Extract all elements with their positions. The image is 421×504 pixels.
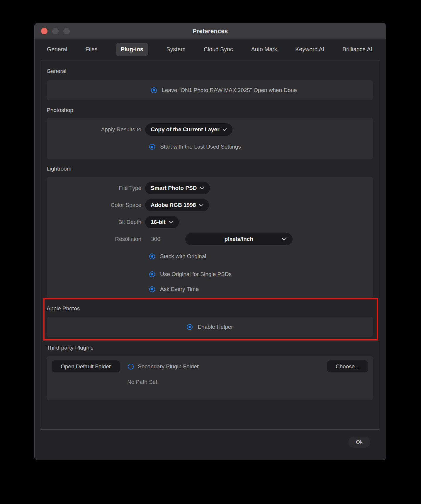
tab-general[interactable]: General [47, 46, 67, 53]
secondary-plugin-folder-radio[interactable] [128, 364, 134, 370]
choose-folder-button[interactable]: Choose... [327, 360, 368, 372]
section-label-photoshop: Photoshop [47, 107, 373, 113]
tab-keyword-ai[interactable]: Keyword AI [295, 46, 324, 53]
third-party-group: Open Default Folder Secondary Plugin Fol… [47, 356, 373, 400]
color-space-dropdown[interactable]: Adobe RGB 1998 [145, 199, 209, 211]
tab-cloud-sync[interactable]: Cloud Sync [204, 46, 233, 53]
tab-system[interactable]: System [167, 46, 186, 53]
tab-brilliance-ai[interactable]: Brilliance AI [342, 46, 372, 53]
general-group: Leave "ON1 Photo RAW MAX 2025" Open when… [47, 80, 373, 100]
window-title: Preferences [35, 28, 386, 35]
tab-auto-mark[interactable]: Auto Mark [251, 46, 277, 53]
apply-results-dropdown[interactable]: Copy of the Current Layer [145, 123, 232, 136]
start-last-used-radio-row[interactable]: Start with the Last Used Settings [149, 141, 367, 153]
bit-depth-label: Bit Depth [52, 219, 141, 225]
traffic-lights [41, 23, 70, 39]
file-type-label: File Type [52, 185, 141, 191]
stack-with-original-radio[interactable] [149, 253, 155, 259]
resolution-label: Resolution [52, 236, 141, 242]
tab-files[interactable]: Files [85, 46, 97, 53]
open-default-folder-button[interactable]: Open Default Folder [52, 360, 120, 372]
chevron-down-icon [169, 221, 173, 224]
start-last-used-radio-label: Start with the Last Used Settings [160, 144, 241, 150]
use-original-single-psds-label: Use Original for Single PSDs [160, 271, 232, 277]
ok-button[interactable]: Ok [348, 437, 370, 448]
dialog-footer: Ok [35, 430, 386, 448]
chevron-down-icon [223, 128, 227, 131]
section-label-apple-photos: Apple Photos [47, 305, 373, 312]
enable-helper-label: Enable Helper [198, 324, 233, 330]
section-label-third-party: Third-party Plugins [47, 345, 373, 351]
section-label-general: General [47, 68, 373, 74]
chevron-down-icon [199, 204, 203, 207]
resolution-unit-dropdown[interactable]: pixels/inch [185, 233, 293, 245]
apple-photos-group: Enable Helper [47, 317, 373, 337]
file-type-dropdown[interactable]: Smart Photo PSD [145, 182, 210, 194]
chevron-down-icon [282, 238, 286, 241]
leave-open-radio[interactable] [151, 87, 157, 93]
close-window-icon[interactable] [41, 28, 47, 34]
ask-every-time-radio[interactable] [149, 286, 155, 292]
lightroom-group: File Type Smart Photo PSD Color Space Ad… [47, 177, 373, 298]
ask-every-time-radio-row[interactable]: Ask Every Time [149, 283, 367, 295]
preferences-window: Preferences General Files Plug-ins Syste… [34, 23, 386, 460]
ask-every-time-label: Ask Every Time [160, 286, 199, 292]
apply-results-label: Apply Results to [52, 126, 141, 133]
preferences-tab-bar: General Files Plug-ins System Cloud Sync… [35, 39, 386, 60]
use-original-single-psds-radio-row[interactable]: Use Original for Single PSDs [149, 268, 367, 280]
start-last-used-radio[interactable] [149, 144, 155, 150]
leave-open-radio-label: Leave "ON1 Photo RAW MAX 2025" Open when… [162, 87, 297, 93]
apple-photos-section: Apple Photos Enable Helper [47, 305, 373, 337]
photoshop-group: Apply Results to Copy of the Current Lay… [47, 118, 373, 159]
bit-depth-dropdown[interactable]: 16-bit [145, 216, 179, 228]
section-label-lightroom: Lightroom [47, 166, 373, 172]
chevron-down-icon [200, 187, 204, 190]
plug-ins-settings-panel: General Leave "ON1 Photo RAW MAX 2025" O… [40, 60, 380, 430]
stack-with-original-label: Stack with Original [160, 253, 206, 260]
title-bar[interactable]: Preferences [35, 23, 386, 39]
use-original-single-psds-radio[interactable] [149, 271, 155, 277]
color-space-label: Color Space [52, 202, 141, 208]
enable-helper-radio[interactable] [187, 324, 193, 330]
minimize-window-icon[interactable] [52, 28, 59, 34]
leave-open-radio-row[interactable]: Leave "ON1 Photo RAW MAX 2025" Open when… [151, 87, 297, 93]
enable-helper-radio-row[interactable]: Enable Helper [187, 324, 233, 330]
secondary-plugin-folder-label: Secondary Plugin Folder [138, 363, 199, 370]
plugin-path-status: No Path Set [127, 379, 368, 385]
tab-plug-ins[interactable]: Plug-ins [116, 43, 148, 56]
stack-with-original-radio-row[interactable]: Stack with Original [149, 250, 367, 263]
zoom-window-icon[interactable] [63, 28, 70, 34]
resolution-input[interactable]: 300 [151, 236, 160, 242]
